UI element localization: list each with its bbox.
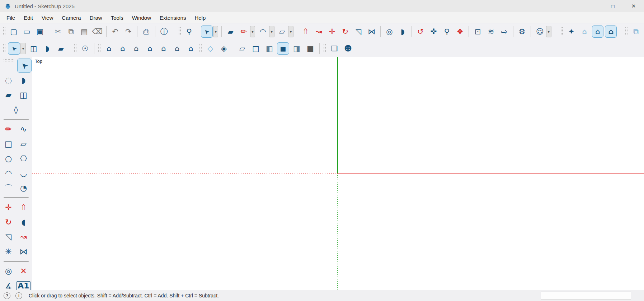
eraser-tool-button[interactable]: ▰ [1,88,16,102]
menu-item-file[interactable]: File [2,13,19,22]
view-top-button[interactable]: ⌂ [117,42,129,55]
follow-me-tool-button[interactable]: ↝ [17,230,31,244]
toolbar-drag-handle[interactable] [323,44,326,53]
line-tool-button[interactable]: ✏ [238,26,250,38]
paint-bucket-tool-button[interactable]: ◗ [41,42,53,55]
flip-tool-button[interactable]: ⋈ [366,26,377,38]
measurements-input[interactable] [541,292,631,300]
toolbar-drag-handle[interactable] [3,59,14,62]
cut-button[interactable]: ✂ [52,26,64,38]
toolbar-drag-handle[interactable] [625,27,628,36]
tape-measure-tool-button[interactable]: ◎ [384,26,395,38]
two-point-arc-tool-button[interactable]: ◡ [17,166,31,180]
monochrome-mode-button[interactable]: ⌂ [605,26,617,38]
toolbar-drag-handle[interactable] [199,44,202,53]
view-left-button[interactable]: ⌂ [171,42,183,55]
tag-tool-button[interactable]: ◊ [9,103,23,117]
select-tool-button[interactable]: ➤ [17,59,32,73]
help-icon[interactable]: ? [4,292,10,299]
menu-item-tools[interactable]: Tools [107,13,128,22]
paste-button[interactable]: ▤ [78,26,90,38]
maximize-button[interactable]: □ [602,0,623,12]
add-location-button[interactable]: ☉ [79,42,91,55]
arc-tool-button[interactable]: ◠ [1,166,16,180]
account-button[interactable]: ☺ [534,26,546,38]
face-style-back-edges-button[interactable]: ◈ [218,42,230,55]
flip-tool-button[interactable]: ⋈ [17,245,31,259]
circle-tool-button[interactable]: ○ [1,152,16,166]
menu-item-window[interactable]: Window [128,13,155,22]
move-tool-button[interactable]: ✛ [326,26,338,38]
scale-tool-button[interactable]: ◹ [353,26,365,38]
view-front-button[interactable]: ⌂ [130,42,142,55]
menu-item-help[interactable]: Help [190,13,210,22]
select-tool-dropdown[interactable]: ▾ [20,43,26,54]
toolbar-drag-handle[interactable] [178,27,181,36]
lasso-tool-button[interactable]: ◌ [1,73,16,87]
follow-me-tool-button[interactable]: ↝ [313,26,325,38]
components-tool-button[interactable]: ◫ [17,88,31,102]
extension-warehouse-button[interactable]: ≋ [485,26,497,38]
menu-item-edit[interactable]: Edit [19,13,37,22]
orbit-tool-button[interactable]: ↺ [415,26,427,38]
extension-manager-button[interactable]: ⚙ [516,26,528,38]
face-style-hidden-line-button[interactable]: □ [250,42,262,55]
menu-item-camera[interactable]: Camera [57,13,85,22]
undo-button[interactable]: ↶ [109,26,121,38]
arc-tool-dropdown[interactable]: ▾ [269,26,274,37]
minimize-button[interactable]: – [582,0,602,12]
toolbar-drag-handle[interactable] [3,27,6,36]
shaded-mode-button[interactable]: ⌂ [592,26,604,38]
pan-tool-button[interactable]: ✜ [428,26,439,38]
toolbar-drag-handle[interactable] [560,27,563,36]
add-person-button[interactable]: ☻ [342,42,354,55]
scale-tool-button[interactable]: ◹ [1,230,16,244]
selection-copy-button[interactable]: ⧉ [630,26,642,38]
push-pull-tool-button[interactable]: ⇧ [17,200,31,214]
shape-tool-button[interactable]: ▱ [276,26,288,38]
share-model-button[interactable]: ⇨ [498,26,510,38]
select-tool-button[interactable]: ➤ [8,42,20,55]
xray-mode-button[interactable]: ⌂ [579,26,591,38]
polygon-tool-button[interactable]: ⎔ [17,152,31,166]
paint-bucket-tool-button[interactable]: ◗ [397,26,409,38]
move-tool-button[interactable]: ✛ [1,200,16,214]
view-iso-button[interactable]: ⌂ [103,42,115,55]
eraser-tool-button[interactable]: ▰ [55,42,67,55]
3d-warehouse-button[interactable]: ⊡ [472,26,484,38]
new-file-button[interactable]: ▢ [8,26,20,38]
view-back-button[interactable]: ⌂ [158,42,170,55]
info-icon[interactable]: i [15,292,22,299]
face-style-shaded-textures-button[interactable]: ◼ [277,42,289,55]
shape-tool-dropdown[interactable]: ▾ [288,26,293,37]
axes-tool-button[interactable]: ✳ [1,245,16,259]
account-dropdown[interactable]: ▾ [546,26,551,37]
copy-button[interactable]: ⧉ [65,26,77,38]
face-style-wireframe-button[interactable]: ▱ [236,42,248,55]
print-button[interactable]: ⎙ [140,26,152,38]
menu-item-view[interactable]: View [37,13,57,22]
close-button[interactable]: ✕ [623,0,644,12]
line-tool-dropdown[interactable]: ▾ [250,26,255,37]
dimension-tool-button[interactable]: ✕ [17,264,31,278]
rectangle-tool-button[interactable]: □ [1,137,16,151]
view-bottom-button[interactable]: ⌂ [185,42,197,55]
menu-item-draw[interactable]: Draw [85,13,107,22]
select-tool-button[interactable]: ➤ [201,26,213,38]
face-style-shaded-button[interactable]: ◧ [263,42,276,55]
save-file-button[interactable]: ▣ [34,26,46,38]
arc-tool-button[interactable]: ◠ [257,26,269,38]
face-style-ambient-occlusion-button[interactable]: ■ [304,42,316,55]
toolbar-drag-handle[interactable] [3,44,6,53]
menu-item-extensions[interactable]: Extensions [155,13,190,22]
compass-view-button[interactable]: ✦ [565,26,577,38]
push-pull-tool-button[interactable]: ⇧ [300,26,312,38]
face-style-xray-button[interactable]: ◇ [204,42,216,55]
freehand-tool-button[interactable]: ∿ [17,122,31,136]
tape-measure-tool-button[interactable]: ◎ [1,264,16,278]
new-scene-document-button[interactable]: ❏ [328,42,340,55]
components-button[interactable]: ◫ [28,42,40,55]
redo-button[interactable]: ↷ [122,26,134,38]
select-tool-dropdown[interactable]: ▾ [213,26,218,37]
eraser-tool-button[interactable]: ▰ [225,26,236,38]
